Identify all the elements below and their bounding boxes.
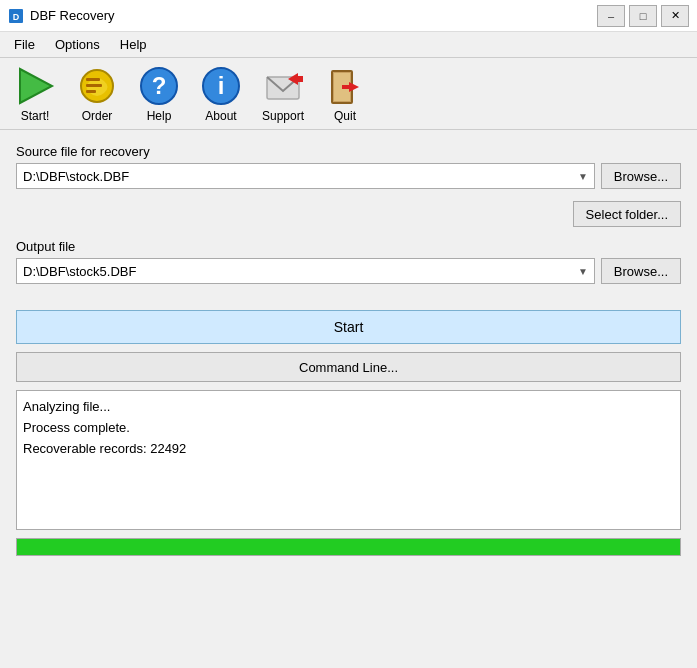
toolbar-about-button[interactable]: i About bbox=[194, 61, 248, 127]
svg-rect-6 bbox=[86, 90, 96, 93]
title-bar: D DBF Recovery – □ ✕ bbox=[0, 0, 697, 32]
progress-bar-fill bbox=[17, 539, 680, 555]
quit-icon bbox=[324, 65, 366, 107]
svg-rect-5 bbox=[86, 84, 102, 87]
spacer bbox=[16, 296, 681, 310]
output-browse-button[interactable]: Browse... bbox=[601, 258, 681, 284]
svg-rect-4 bbox=[86, 78, 100, 81]
toolbar-start-label: Start! bbox=[21, 109, 50, 123]
menu-file[interactable]: File bbox=[4, 35, 45, 54]
log-text: Analyzing file... Process complete. Reco… bbox=[23, 397, 674, 459]
toolbar-order-label: Order bbox=[82, 109, 113, 123]
title-bar-controls[interactable]: – □ ✕ bbox=[597, 5, 689, 27]
select-folder-button[interactable]: Select folder... bbox=[573, 201, 681, 227]
toolbar-help-button[interactable]: ? Help bbox=[132, 61, 186, 127]
source-arrow: ▼ bbox=[578, 171, 588, 182]
toolbar: Start! Order ? Help i bbox=[0, 58, 697, 130]
source-row: D:\DBF\stock.DBF ▼ Browse... bbox=[16, 163, 681, 189]
maximize-button[interactable]: □ bbox=[629, 5, 657, 27]
minimize-button[interactable]: – bbox=[597, 5, 625, 27]
toolbar-quit-button[interactable]: Quit bbox=[318, 61, 372, 127]
support-icon bbox=[262, 65, 304, 107]
about-icon: i bbox=[200, 65, 242, 107]
menu-bar: File Options Help bbox=[0, 32, 697, 58]
output-file-group: Output file D:\DBF\stock5.DBF ▼ Browse..… bbox=[16, 239, 681, 284]
main-content: Source file for recovery D:\DBF\stock.DB… bbox=[0, 130, 697, 570]
close-button[interactable]: ✕ bbox=[661, 5, 689, 27]
toolbar-start-button[interactable]: Start! bbox=[8, 61, 62, 127]
toolbar-about-label: About bbox=[205, 109, 236, 123]
output-row: D:\DBF\stock5.DBF ▼ Browse... bbox=[16, 258, 681, 284]
source-value: D:\DBF\stock.DBF bbox=[23, 169, 129, 184]
menu-help[interactable]: Help bbox=[110, 35, 157, 54]
command-line-button[interactable]: Command Line... bbox=[16, 352, 681, 382]
progress-bar-container bbox=[16, 538, 681, 556]
output-combo[interactable]: D:\DBF\stock5.DBF ▼ bbox=[16, 258, 595, 284]
output-label: Output file bbox=[16, 239, 681, 254]
menu-options[interactable]: Options bbox=[45, 35, 110, 54]
toolbar-help-label: Help bbox=[147, 109, 172, 123]
svg-rect-18 bbox=[342, 85, 351, 89]
log-area[interactable]: Analyzing file... Process complete. Reco… bbox=[16, 390, 681, 530]
help-icon: ? bbox=[138, 65, 180, 107]
svg-text:?: ? bbox=[152, 72, 167, 99]
svg-rect-13 bbox=[298, 76, 303, 82]
toolbar-support-label: Support bbox=[262, 109, 304, 123]
svg-marker-2 bbox=[20, 69, 52, 103]
svg-text:D: D bbox=[13, 12, 20, 22]
source-file-group: Source file for recovery D:\DBF\stock.DB… bbox=[16, 144, 681, 189]
toolbar-quit-label: Quit bbox=[334, 109, 356, 123]
output-arrow: ▼ bbox=[578, 266, 588, 277]
svg-text:i: i bbox=[218, 72, 225, 99]
source-browse-button[interactable]: Browse... bbox=[601, 163, 681, 189]
source-label: Source file for recovery bbox=[16, 144, 681, 159]
order-icon bbox=[76, 65, 118, 107]
source-combo[interactable]: D:\DBF\stock.DBF ▼ bbox=[16, 163, 595, 189]
title-bar-left: D DBF Recovery bbox=[8, 8, 115, 24]
select-folder-row: Select folder... bbox=[16, 201, 681, 227]
toolbar-order-button[interactable]: Order bbox=[70, 61, 124, 127]
app-icon: D bbox=[8, 8, 24, 24]
app-title: DBF Recovery bbox=[30, 8, 115, 23]
start-button[interactable]: Start bbox=[16, 310, 681, 344]
output-value: D:\DBF\stock5.DBF bbox=[23, 264, 136, 279]
toolbar-support-button[interactable]: Support bbox=[256, 61, 310, 127]
start-icon bbox=[14, 65, 56, 107]
